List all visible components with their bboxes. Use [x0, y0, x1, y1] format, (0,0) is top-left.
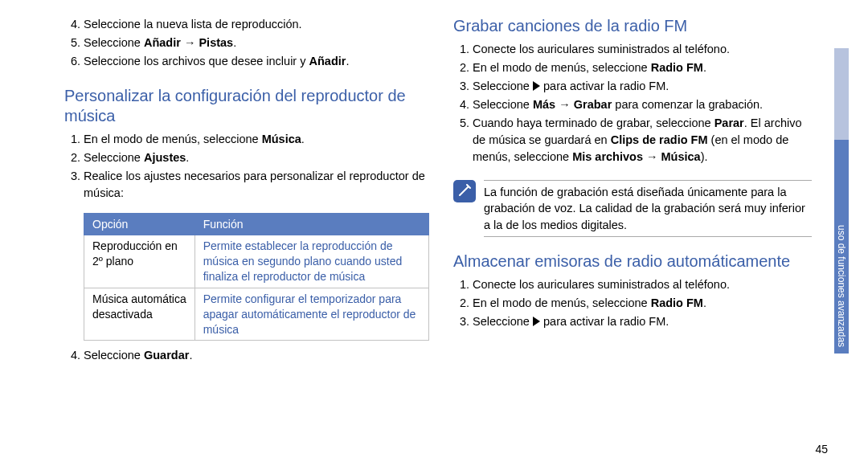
table-header-row: Opción Función [84, 214, 429, 235]
step-list-store: 1.Conecte los auriculares suministrados … [453, 276, 812, 332]
step-list-record: 1.Conecte los auriculares suministrados … [453, 41, 812, 167]
list-item: 4.Seleccione Guardar. [64, 347, 429, 364]
list-item: 1.Conecte los auriculares suministrados … [453, 276, 812, 293]
note-callout: La función de grabación está diseñada ún… [453, 180, 812, 237]
right-column: Grabar canciones de la radio FM 1.Conect… [453, 16, 844, 454]
section-heading: Grabar canciones de la radio FM [453, 16, 812, 36]
list-item: 3.Seleccione para activar la radio FM. [453, 313, 812, 330]
th-option: Opción [84, 214, 195, 235]
list-item: 6.Seleccione los archivos que desee incl… [64, 53, 429, 70]
list-item: 2.En el modo de menús, seleccione Radio … [453, 59, 812, 76]
document-page: 4.Seleccione la nueva lista de reproducc… [0, 0, 868, 470]
section-heading: Almacenar emisoras de radio automáticame… [453, 251, 812, 272]
table-row: Música automática desactivada Permite co… [84, 288, 429, 341]
side-tab-label: uso de funciones avanzadas [834, 219, 849, 354]
step-list-config: 1.En el modo de menús, seleccione Música… [64, 131, 429, 203]
list-item: 5.Cuando haya terminado de grabar, selec… [453, 115, 812, 166]
list-item: 3.Realice los ajustes necesarios para pe… [64, 168, 429, 202]
list-item: 3.Seleccione para activar la radio FM. [453, 78, 812, 95]
list-item: 4.Seleccione la nueva lista de reproducc… [64, 16, 429, 33]
list-item: 2.Seleccione Ajustes. [64, 149, 429, 166]
left-column: 4.Seleccione la nueva lista de reproducc… [64, 16, 429, 454]
table-row: Reproducción en 2º plano Permite estable… [84, 235, 429, 288]
section-heading: Personalizar la configuración del reprod… [64, 86, 429, 126]
th-function: Función [194, 214, 428, 235]
list-item: 1.En el modo de menús, seleccione Música… [64, 131, 429, 148]
step-list-save: 4.Seleccione Guardar. [64, 347, 429, 366]
list-item: 1.Conecte los auriculares suministrados … [453, 41, 812, 58]
td-description: Permite configurar el temporizador para … [194, 288, 428, 341]
play-icon [533, 317, 540, 326]
td-option: Reproducción en 2º plano [84, 235, 195, 288]
options-table: Opción Función Reproducción en 2º plano … [84, 213, 429, 341]
list-item: 5.Seleccione Añadir → Pistas. [64, 35, 429, 51]
td-description: Permite establecer la reproducción de mú… [194, 235, 428, 288]
note-icon [453, 180, 476, 202]
list-item: 4.Seleccione Más → Grabar para comenzar … [453, 96, 812, 113]
note-text: La función de grabación está diseñada ún… [484, 180, 812, 237]
side-tab: uso de funciones avanzadas [834, 48, 849, 354]
play-icon [533, 81, 540, 91]
step-list-top: 4.Seleccione la nueva lista de reproducc… [64, 16, 429, 72]
page-number: 45 [815, 443, 828, 456]
list-item: 2.En el modo de menús, seleccione Radio … [453, 295, 812, 312]
td-option: Música automática desactivada [84, 288, 195, 341]
